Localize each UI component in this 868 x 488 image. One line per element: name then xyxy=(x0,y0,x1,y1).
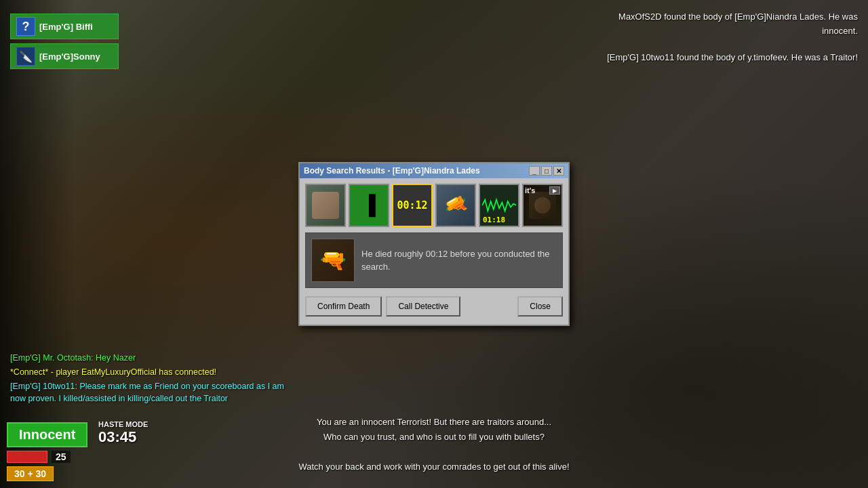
call-detective-button[interactable]: Call Detective xyxy=(386,296,460,317)
wavy-time: 01:18 xyxy=(483,216,505,224)
action-buttons: Confirm Death Call Detective Close xyxy=(305,293,563,319)
confirm-death-button[interactable]: Confirm Death xyxy=(305,296,382,317)
info-text: He died roughly 00:12 before you conduct… xyxy=(361,239,557,282)
time-display: 00:12 xyxy=(393,185,431,226)
wavy-display: 01:18 xyxy=(480,185,518,226)
evidence-avatar[interactable] xyxy=(305,184,346,227)
evidence-role[interactable]: ▐ xyxy=(349,184,389,227)
weapon-icon: 🔫 xyxy=(440,190,472,221)
body-search-modal: Body Search Results - [Emp'G]Niandra Lad… xyxy=(298,162,570,326)
info-panel: 🔫 He died roughly 00:12 before you condu… xyxy=(305,232,563,288)
modal-body: ▐ 00:12 🔫 xyxy=(300,178,568,325)
play-button[interactable]: ▶ xyxy=(549,186,560,195)
role-icon: ▐ xyxy=(362,195,376,216)
evidence-row: ▐ 00:12 🔫 xyxy=(305,184,563,227)
evidence-weapon[interactable]: 🔫 xyxy=(435,184,476,227)
avatar-face xyxy=(312,192,339,219)
it-label: it's xyxy=(525,186,535,195)
weapon-display: 🔫 xyxy=(437,185,475,226)
modal-title: Body Search Results - [Emp'G]Niandra Lad… xyxy=(304,166,480,176)
modal-overlay: Body Search Results - [Emp'G]Niandra Lad… xyxy=(0,0,868,488)
modal-controls: _ □ ✕ xyxy=(529,166,564,176)
close-x-button[interactable]: ✕ xyxy=(553,166,564,176)
role-display: ▐ xyxy=(350,185,388,226)
evidence-time[interactable]: 00:12 xyxy=(392,184,433,227)
weapon-thumbnail: 🔫 xyxy=(311,239,355,282)
evidence-suspect[interactable]: it's ▶ xyxy=(522,184,563,227)
modal-titlebar: Body Search Results - [Emp'G]Niandra Lad… xyxy=(300,163,568,178)
avatar-display xyxy=(307,185,344,226)
minimize-button[interactable]: _ xyxy=(529,166,540,176)
thumb-icon: 🔫 xyxy=(319,247,347,273)
close-button[interactable]: Close xyxy=(517,296,563,317)
time-value: 00:12 xyxy=(397,199,427,211)
evidence-wavy[interactable]: 01:18 xyxy=(479,184,519,227)
maximize-button[interactable]: □ xyxy=(541,166,552,176)
